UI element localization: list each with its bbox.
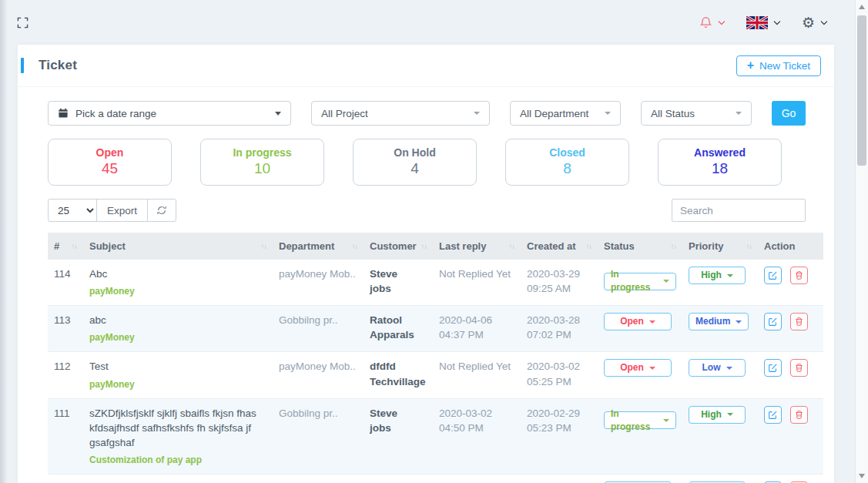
summary-cards: Open 45 In progress 10 On Hold 4 Closed … [18,126,834,186]
summary-card[interactable]: On Hold 4 [353,139,477,186]
column-header-priority[interactable]: Priority↑↓ [682,233,758,260]
ticket-last-reply: 2020-04-06 04:37 PM [433,306,521,352]
go-button[interactable]: Go [772,101,806,126]
caret-down-icon [663,419,669,422]
caret-down-icon [474,112,480,115]
calendar-icon [58,108,69,119]
caret-down-icon [736,320,742,324]
caret-down-icon [275,112,281,116]
delete-button[interactable] [790,267,808,284]
scrollbar-thumb[interactable] [857,15,866,166]
ticket-id: 112 [48,352,83,398]
column-header-customer[interactable]: Customer↑↓ [364,233,433,260]
ticket-priority-cell: Medium [682,306,758,352]
department-filter-select[interactable]: All Department [510,101,621,126]
column-header-subject[interactable]: Subject↑↓ [83,233,273,260]
ticket-status-cell: In progress [598,398,682,475]
caret-down-icon [649,320,655,324]
ticket-status-cell: Open [598,475,682,483]
summary-card-label: Answered [659,146,781,159]
bell-icon [699,16,712,29]
scroll-down-arrow[interactable] [859,474,865,478]
ticket-last-reply: Not Replied Yet [433,260,521,306]
table-row: 111 sZKDfjklsfjsklf sjklfj sbaifls fkjsn… [48,398,823,475]
edit-button[interactable] [764,313,782,330]
gear-icon: ⚙ [802,15,815,30]
priority-badge-label: High [701,408,722,421]
status-filter-select[interactable]: All Status [641,101,752,126]
table-controls: 25 Export [18,186,834,222]
priority-badge-label: Medium [695,315,730,328]
sort-icon: ↑↓ [671,242,677,250]
priority-badge[interactable]: Medium [689,313,749,330]
column-header-last-reply[interactable]: Last reply↑↓ [433,233,521,260]
filter-bar: Pick a date range All Project All Depart… [18,87,834,126]
page-size-select[interactable]: 25 [48,199,97,222]
ticket-priority-cell: High [682,260,758,306]
summary-card[interactable]: In progress 10 [200,139,324,186]
priority-badge[interactable]: High [689,267,746,284]
edit-icon [768,410,778,420]
edit-button[interactable] [764,267,782,284]
search-input[interactable] [672,199,806,222]
status-badge-label: In progress [611,268,658,294]
ticket-created-at: 2020-02-29 05:23 PM [521,398,598,475]
trash-icon [794,270,804,280]
ticket-department: Gobbilng pr.. [273,306,364,352]
edit-button[interactable] [764,406,782,424]
title-accent-bar [21,58,24,73]
language-dropdown[interactable] [746,16,779,29]
table-header: #↑↓ Subject↑↓ Department↑↓ Customer↑↓ La… [48,233,823,260]
delete-button[interactable] [790,406,808,424]
fullscreen-toggle-button[interactable] [17,17,28,29]
delete-button[interactable] [790,359,808,377]
vertical-scrollbar[interactable] [855,0,868,483]
scroll-up-arrow[interactable] [859,5,865,9]
ticket-customer: Ratool Apparals [364,306,433,352]
priority-badge[interactable]: High [689,406,746,424]
ticket-last-reply: 2020-02-24 07:30 PM [433,475,521,483]
column-header-id[interactable]: #↑↓ [48,233,83,260]
status-badge[interactable]: In progress [604,411,676,429]
department-filter-value: All Department [520,108,588,119]
ticket-status-cell: Open [598,306,682,352]
status-badge[interactable]: Open [604,359,672,377]
status-badge[interactable]: In progress [604,273,676,290]
delete-button[interactable] [790,313,808,330]
column-header-status[interactable]: Status↑↓ [598,233,682,260]
settings-dropdown[interactable]: ⚙ [802,15,826,30]
ticket-subject-cell: sZKDfjklsfjsklf sjklfj sbaifls fkjsn fha… [83,398,273,475]
sort-icon: ↑↓ [509,242,515,250]
edit-icon [768,363,778,373]
ticket-status-cell: Open [598,352,682,398]
edit-icon [768,317,778,327]
column-header-department[interactable]: Department↑↓ [273,233,364,260]
refresh-button[interactable] [147,199,176,222]
table-row: 108 adadadad payMoney payMoney Mob.. Rat… [48,475,823,483]
ticket-subject: sZKDfjklsfjsklf sjklfj sbaifls fkjsn fha… [89,408,256,448]
ticket-customer: Steve jobs [364,260,433,306]
project-filter-value: All Project [321,108,368,119]
summary-card[interactable]: Answered 18 [658,139,782,186]
date-range-picker[interactable]: Pick a date range [48,101,291,126]
status-badge-label: Open [620,315,644,328]
panel-header: Ticket + New Ticket [18,45,834,87]
project-filter-select[interactable]: All Project [311,101,490,126]
new-ticket-button[interactable]: + New Ticket [736,55,821,76]
ticket-last-reply: 2020-03-02 04:50 PM [433,398,521,475]
summary-card[interactable]: Closed 8 [505,139,629,186]
ticket-subject: Abc [89,268,107,280]
ticket-created-at: 2020-03-28 07:02 PM [521,306,598,352]
edit-button[interactable] [764,359,782,377]
summary-card[interactable]: Open 45 [48,139,172,186]
status-badge[interactable]: Open [604,313,672,330]
notifications-dropdown[interactable] [699,16,723,29]
ticket-project: payMoney [89,285,266,298]
column-header-created-at[interactable]: Created at↑↓ [521,233,598,260]
ticket-subject-cell: abc payMoney [83,306,273,352]
ticket-created-at: 2020-02-24 07:14 PM [521,475,598,483]
sort-icon: ↑↓ [72,242,78,250]
priority-badge[interactable]: Low [689,359,746,377]
ticket-subject-cell: adadadad payMoney [83,475,273,483]
export-button[interactable]: Export [96,199,148,222]
